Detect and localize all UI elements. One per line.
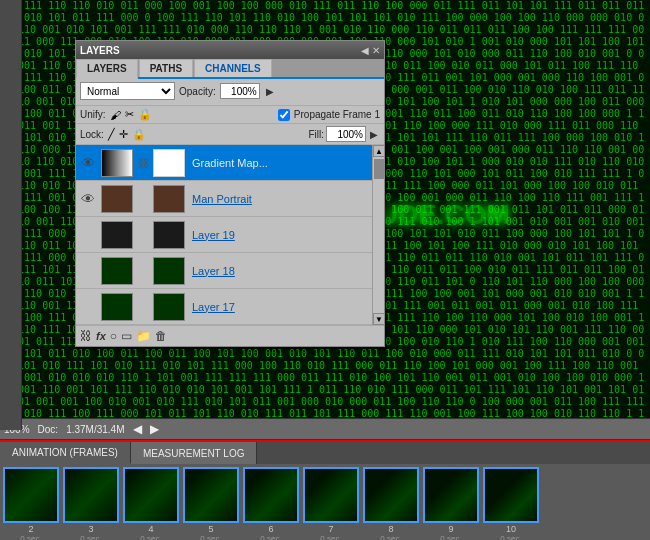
frame-item[interactable]: 10 0 sec. [482, 467, 540, 540]
layer-thumb-4 [101, 257, 133, 285]
frame-thumb [183, 467, 239, 523]
frame-number: 9 [448, 524, 453, 534]
opacity-input[interactable] [220, 83, 260, 99]
trash-icon[interactable]: 🗑 [155, 329, 167, 343]
frame-item[interactable]: 9 0 sec. [422, 467, 480, 540]
layer-item[interactable]: 👁 ⛓ Gradient Map... [76, 145, 384, 181]
tab-measurement-log[interactable]: MEASUREMENT LOG [131, 442, 258, 464]
tab-channels[interactable]: CHANNELS [194, 59, 272, 77]
fill-input[interactable] [326, 126, 366, 142]
frame-number: 2 [28, 524, 33, 534]
frame-time: 0 sec. [20, 534, 41, 540]
panel-collapse-icon[interactable]: ◀ [361, 45, 369, 56]
frame-thumb [63, 467, 119, 523]
unify-label: Unify: [80, 109, 106, 120]
frame-number: 7 [328, 524, 333, 534]
status-bar: 100% Doc: 1.37M/31.4M ◀ ▶ [0, 418, 650, 440]
layer-item[interactable]: Layer 19 [76, 217, 384, 253]
layer-name-5: Layer 17 [188, 301, 382, 313]
layer-mask-5 [153, 293, 185, 321]
frame-number: 6 [268, 524, 273, 534]
frame-thumb [483, 467, 539, 523]
fill-label: Fill: [308, 129, 324, 140]
layer-thumb-1 [101, 149, 133, 177]
frame-time: 0 sec. [500, 534, 521, 540]
frame-item[interactable]: 8 0 sec. [362, 467, 420, 540]
frame-number: 8 [388, 524, 393, 534]
layer-item[interactable]: Layer 17 [76, 289, 384, 325]
propagate-checkbox[interactable] [278, 109, 290, 121]
lock-icon1[interactable]: ╱ [108, 128, 115, 141]
layer-visibility-1[interactable]: 👁 [78, 145, 98, 181]
frame-item[interactable]: 3 0 sec. [62, 467, 120, 540]
frame-thumb [123, 467, 179, 523]
layer-visibility-5[interactable] [78, 289, 98, 325]
tab-animation-frames[interactable]: ANIMATION (FRAMES) [0, 442, 131, 464]
unify-icon2[interactable]: ✂ [125, 108, 134, 121]
layer-name-4: Layer 18 [188, 265, 382, 277]
unify-row: Unify: 🖌 ✂ 🔒 Propagate Frame 1 [76, 106, 384, 124]
animation-panel: ANIMATION (FRAMES) MEASUREMENT LOG 2 0 s… [0, 440, 650, 540]
frame-number: 10 [506, 524, 516, 534]
doc-label: Doc: [38, 424, 59, 435]
opacity-arrow[interactable]: ▶ [264, 86, 276, 97]
timeline-prev[interactable]: ◀ [133, 422, 142, 436]
frame-number: 4 [148, 524, 153, 534]
tab-layers[interactable]: LAYERS [76, 59, 138, 79]
layer-mask-2 [153, 185, 185, 213]
fx-icon[interactable]: fx [96, 330, 106, 342]
frame-time: 0 sec. [380, 534, 401, 540]
layer-name-1: Gradient Map... [188, 157, 382, 169]
layer-name-2: Man Portrait [188, 193, 382, 205]
layers-panel: LAYERS ◀ ✕ LAYERS PATHS CHANNELS Normal … [75, 40, 385, 347]
layer-link-1: ⛓ [136, 156, 150, 170]
panel-close-icon[interactable]: ✕ [372, 45, 380, 56]
circle-icon[interactable]: ○ [110, 329, 117, 343]
folder-icon[interactable]: 📁 [136, 329, 151, 343]
scroll-up[interactable]: ▲ [373, 145, 384, 157]
lock-icon3[interactable]: 🔒 [132, 128, 146, 141]
layers-scrollbar[interactable]: ▲ ▼ [372, 145, 384, 325]
frame-number: 5 [208, 524, 213, 534]
layer-visibility-3[interactable] [78, 217, 98, 253]
layer-thumb-2 [101, 185, 133, 213]
brush-icon[interactable]: ▭ [121, 329, 132, 343]
frame-thumb [303, 467, 359, 523]
layers-list: 👁 ⛓ Gradient Map... 👁 Man Portrait Layer… [76, 145, 384, 325]
scroll-down[interactable]: ▼ [373, 313, 384, 325]
frame-time: 0 sec. [440, 534, 461, 540]
frame-item[interactable]: 6 0 sec. [242, 467, 300, 540]
tab-paths[interactable]: PATHS [139, 59, 193, 77]
frame-time: 0 sec. [260, 534, 281, 540]
blend-mode-select[interactable]: Normal Multiply Screen Overlay [80, 82, 175, 100]
frames-row: 2 0 sec. 3 0 sec. 4 0 sec. 5 0 sec. 6 [0, 464, 650, 540]
frame-thumb [3, 467, 59, 523]
panel-title: LAYERS [80, 45, 120, 56]
fill-arrow[interactable]: ▶ [368, 129, 380, 140]
panel-tabs: LAYERS PATHS CHANNELS [76, 59, 384, 79]
frame-item[interactable]: 7 0 sec. [302, 467, 360, 540]
layer-item[interactable]: Layer 18 [76, 253, 384, 289]
blend-opacity-controls: Normal Multiply Screen Overlay Opacity: … [76, 79, 384, 106]
unify-icon3[interactable]: 🔒 [138, 108, 152, 121]
layer-mask-1 [153, 149, 185, 177]
frame-item[interactable]: 2 0 sec. [2, 467, 60, 540]
layer-visibility-2[interactable]: 👁 [78, 181, 98, 217]
layer-link-4 [136, 264, 150, 278]
left-toolbar [0, 0, 22, 430]
frame-thumb [423, 467, 479, 523]
lock-icon2[interactable]: ✛ [119, 128, 128, 141]
frame-item[interactable]: 4 0 sec. [122, 467, 180, 540]
frame-item[interactable]: 5 0 sec. [182, 467, 240, 540]
unify-icon1[interactable]: 🖌 [110, 109, 121, 121]
layer-thumb-5 [101, 293, 133, 321]
link-icon[interactable]: ⛓ [80, 329, 92, 343]
layer-mask-3 [153, 221, 185, 249]
timeline-next[interactable]: ▶ [150, 422, 159, 436]
propagate-label: Propagate Frame 1 [294, 109, 380, 120]
frame-time: 0 sec. [80, 534, 101, 540]
layer-name-3: Layer 19 [188, 229, 382, 241]
layer-item[interactable]: 👁 Man Portrait [76, 181, 384, 217]
layer-visibility-4[interactable] [78, 253, 98, 289]
scroll-thumb[interactable] [374, 159, 384, 179]
